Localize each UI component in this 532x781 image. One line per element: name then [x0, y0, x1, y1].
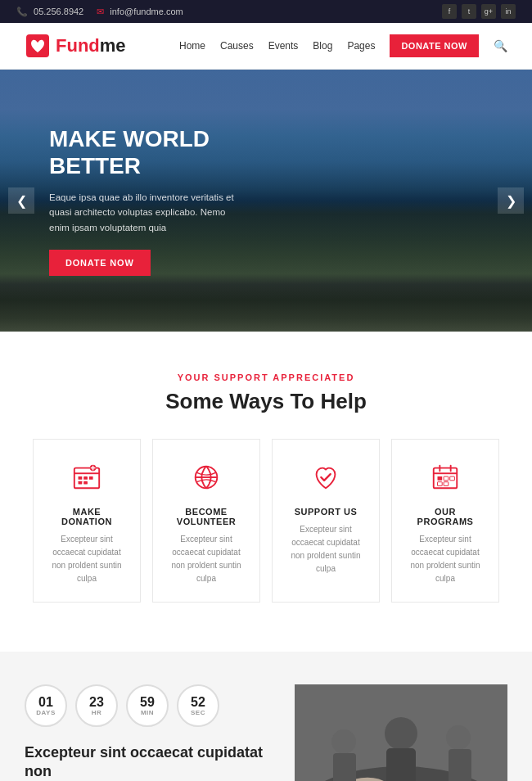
svg-point-35: [446, 725, 471, 750]
card-programs: OUR PROGRAMS Excepteur sint occaecat cup…: [391, 439, 499, 603]
header: Fundme Home Causes Events Blog Pages DON…: [0, 23, 532, 70]
countdown-section: 01 DAYS 23 HR 59 MIN 52 SEC Excepteur si…: [0, 652, 532, 781]
svg-rect-32: [386, 748, 416, 781]
topbar-socials: f t g+ in: [442, 4, 516, 19]
svg-rect-36: [449, 749, 471, 781]
hours-label: HR: [92, 709, 102, 716]
logo-icon: [25, 33, 51, 59]
svg-rect-21: [444, 482, 449, 486]
donation-desc: Excepteur sint occaecat cupidatat non pr…: [47, 533, 127, 585]
days-value: 01: [38, 696, 53, 709]
programs-icon: [427, 459, 463, 495]
donation-icon: [69, 459, 105, 495]
nav-home[interactable]: Home: [179, 40, 205, 52]
ways-subtitle: YOUR SUPPORT APPRECIATED: [25, 372, 507, 382]
seconds-value: 52: [191, 696, 205, 709]
seconds-label: SEC: [191, 709, 205, 716]
countdown-image: [295, 684, 507, 781]
support-icon: [308, 459, 344, 495]
programs-desc: Excepteur sint occaecat cupidatat non pr…: [405, 533, 485, 585]
twitter-icon[interactable]: t: [462, 4, 476, 19]
support-desc: Excepteur sint occaecat cupidatat non pr…: [286, 523, 366, 576]
timer-seconds: 52 SEC: [177, 684, 219, 727]
card-donation: MAKE DONATION Excepteur sint occaecat cu…: [33, 439, 141, 603]
email-info: ✉ info@fundme.com: [97, 7, 183, 17]
logo[interactable]: Fundme: [25, 33, 126, 59]
hero-description: Eaque ipsa quae ab illo inventore verita…: [49, 190, 246, 235]
linkedin-icon[interactable]: in: [501, 4, 516, 19]
svg-rect-6: [79, 481, 83, 485]
volunteer-desc: Excepteur sint occaecat cupidatat non pr…: [166, 533, 246, 585]
card-support: SUPPORT US Excepteur sint occaecat cupid…: [272, 439, 380, 603]
svg-rect-19: [450, 476, 455, 481]
ways-cards-grid: MAKE DONATION Excepteur sint occaecat cu…: [25, 439, 507, 603]
slider-arrow-left[interactable]: ❮: [8, 187, 34, 214]
logo-text: Fundme: [56, 35, 126, 56]
nav-causes[interactable]: Causes: [220, 40, 254, 52]
svg-rect-20: [438, 482, 443, 486]
timer-minutes: 59 MIN: [126, 684, 169, 727]
header-donate-button[interactable]: DONATE NOW: [390, 34, 479, 57]
svg-point-33: [331, 729, 356, 754]
facebook-icon[interactable]: f: [442, 4, 457, 19]
svg-rect-17: [438, 476, 443, 481]
days-label: DAYS: [36, 709, 56, 716]
countdown-heading: Excepteur sint occaecat cupidatat non: [25, 743, 270, 781]
nav-events[interactable]: Events: [268, 40, 299, 52]
minutes-label: MIN: [141, 709, 154, 716]
support-title: SUPPORT US: [286, 507, 366, 517]
countdown-left: 01 DAYS 23 HR 59 MIN 52 SEC Excepteur si…: [25, 684, 270, 781]
slider-arrow-right[interactable]: ❯: [498, 187, 524, 214]
svg-rect-34: [333, 753, 356, 781]
topbar: 📞 05.256.8942 ✉ info@fundme.com f t g+ i…: [0, 0, 532, 23]
main-nav: Home Causes Events Blog Pages DONATE NOW…: [179, 34, 507, 57]
svg-rect-18: [444, 476, 449, 481]
hero-title: MAKE WORLD BETTER: [49, 125, 246, 180]
countdown-photo: [295, 684, 507, 781]
countdown-timers: 01 DAYS 23 HR 59 MIN 52 SEC: [25, 684, 270, 727]
hero-donate-button[interactable]: DONATE NOW: [49, 250, 151, 276]
donation-title: MAKE DONATION: [47, 507, 127, 526]
timer-days: 01 DAYS: [25, 684, 67, 727]
ways-title: Some Ways To Help: [25, 389, 507, 414]
svg-rect-4: [83, 476, 88, 480]
svg-rect-7: [83, 481, 88, 485]
nav-blog[interactable]: Blog: [313, 40, 332, 52]
minutes-value: 59: [140, 696, 155, 709]
hero-content: MAKE WORLD BETTER Eaque ipsa quae ab ill…: [0, 125, 295, 276]
volunteer-icon: [188, 459, 224, 495]
phone-info: 📞 05.256.8942: [16, 7, 83, 17]
ways-section: YOUR SUPPORT APPRECIATED Some Ways To He…: [0, 332, 532, 627]
svg-point-31: [385, 717, 417, 750]
programs-title: OUR PROGRAMS: [405, 507, 485, 526]
timer-hours: 23 HR: [75, 684, 118, 727]
search-icon[interactable]: 🔍: [494, 39, 507, 52]
hero-slider: MAKE WORLD BETTER Eaque ipsa quae ab ill…: [0, 70, 532, 332]
volunteer-title: BECOME VOLUNTEER: [166, 507, 246, 526]
card-volunteer: BECOME VOLUNTEER Excepteur sint occaecat…: [152, 439, 260, 603]
svg-rect-3: [79, 476, 83, 480]
topbar-contact: 📞 05.256.8942 ✉ info@fundme.com: [16, 7, 183, 17]
hours-value: 23: [89, 696, 104, 709]
svg-rect-5: [89, 476, 93, 480]
nav-pages[interactable]: Pages: [347, 40, 375, 52]
google-icon[interactable]: g+: [481, 4, 496, 19]
